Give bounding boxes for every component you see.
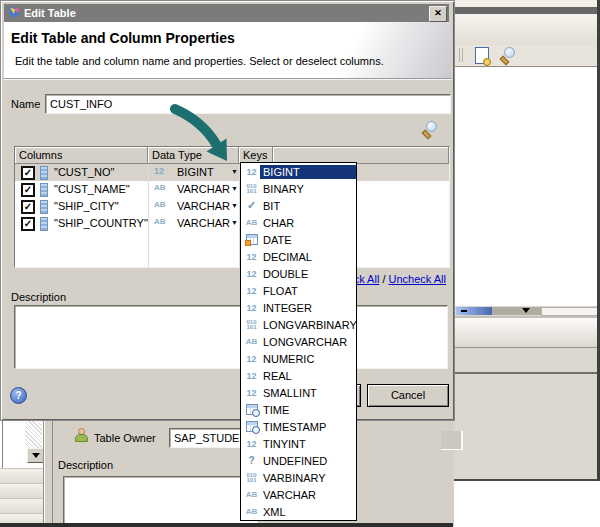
palette-strip[interactable]	[0, 468, 43, 483]
table-header-row: Columns Data Type Keys	[15, 147, 449, 164]
panel-dark-band	[454, 7, 600, 14]
minimized-view-blue-bar[interactable]	[456, 307, 492, 315]
grid-line	[148, 164, 149, 267]
dropdown-item[interactable]: 12 SMALLINT	[241, 384, 356, 401]
dropdown-item[interactable]: 010101 LONGVARBINARY	[241, 316, 356, 333]
dropdown-item[interactable]: 12 BIGINT	[241, 163, 356, 180]
dropdown-item[interactable]: 12 INTEGER	[241, 299, 356, 316]
row-checkbox[interactable]: ✓	[21, 183, 35, 197]
dialog-titlebar: Edit Table ✕	[4, 4, 449, 22]
datetime-calendar-icon	[246, 421, 258, 432]
minimized-view-gray-bar[interactable]	[492, 307, 541, 315]
chevron-down-icon	[522, 308, 530, 313]
column-icon	[40, 200, 48, 214]
text-type-icon: AB	[246, 490, 258, 499]
table-row[interactable]: ✓ "SHIP_CITY" AB VARCHAR ▼	[15, 198, 449, 215]
toolbar-drag-handle	[462, 48, 463, 62]
uncheck-all-link[interactable]: Uncheck All	[389, 273, 446, 285]
dropdown-item[interactable]: 010101 BINARY	[241, 180, 356, 197]
background-right-panel	[453, 0, 600, 527]
combo-arrow-icon[interactable]: ▼	[231, 219, 238, 226]
numeric-type-icon: 12	[246, 269, 256, 279]
data-type-value[interactable]: VARCHAR	[177, 200, 230, 212]
dropdown-item[interactable]: AB CHAR	[241, 214, 356, 231]
bg-description-label: Description	[58, 459, 113, 471]
datetime-calendar-icon	[246, 404, 258, 415]
text-type-icon: AB	[154, 200, 166, 209]
dropdown-item[interactable]: 12 REAL	[241, 367, 356, 384]
combo-arrow-icon[interactable]: ▼	[231, 185, 238, 192]
dropdown-item[interactable]: 12 TINYINT	[241, 435, 356, 452]
combo-arrow-icon[interactable]: ▼	[231, 168, 238, 175]
dropdown-item[interactable]: ✓ BIT	[241, 197, 356, 214]
data-type-value[interactable]: VARCHAR	[177, 217, 230, 229]
panel-toolbar	[454, 45, 600, 66]
table-row[interactable]: ✓ "CUST_NO" 12 BIGINT ▼	[15, 164, 449, 181]
preview-document-icon[interactable]	[475, 47, 489, 64]
data-type-value[interactable]: BIGINT	[177, 166, 214, 178]
undefined-question-icon: ?	[248, 455, 254, 466]
dropdown-item[interactable]: 12 DOUBLE	[241, 265, 356, 282]
divider	[4, 79, 451, 80]
dropdown-item[interactable]: AB VARCHAR	[241, 486, 356, 503]
column-icon	[40, 217, 48, 231]
row-checkbox[interactable]: ✓	[21, 217, 35, 231]
filter-search-icon[interactable]	[421, 121, 439, 139]
chevron-down-icon	[32, 453, 40, 458]
palette-strip[interactable]	[0, 483, 43, 498]
description-textarea[interactable]	[14, 305, 448, 369]
data-type-value[interactable]: VARCHAR	[177, 183, 230, 195]
column-name: "CUST_NO"	[54, 166, 114, 178]
data-type-dropdown: 12 BIGINT 010101 BINARY ✓ BIT AB CHAR DA…	[240, 162, 357, 521]
combo-arrow-icon[interactable]: ▼	[231, 202, 238, 209]
dropdown-item[interactable]: AB LONGVARCHAR	[241, 333, 356, 350]
minus-icon	[461, 310, 467, 312]
clipped-button-fragment	[441, 431, 463, 450]
banner-subtitle: Edit the table and column name and prope…	[15, 55, 384, 67]
column-icon	[40, 166, 48, 180]
palette-hatch	[25, 419, 42, 448]
numeric-type-icon: 12	[246, 388, 256, 398]
dropdown-item[interactable]: 12 FLOAT	[241, 282, 356, 299]
row-checkbox[interactable]: ✓	[21, 200, 35, 214]
minimized-view-light-bar[interactable]	[541, 307, 599, 316]
bit-check-icon: ✓	[247, 199, 256, 212]
dropdown-item[interactable]: DATE	[241, 231, 356, 248]
dropdown-item[interactable]: 12 DECIMAL	[241, 248, 356, 265]
help-icon[interactable]: ?	[10, 387, 27, 404]
dropdown-item[interactable]: AB XML	[241, 503, 356, 520]
banner-title: Edit Table and Column Properties	[11, 30, 235, 46]
background-palette	[0, 419, 52, 527]
numeric-type-icon: 12	[246, 439, 256, 449]
numeric-type-icon: 12	[246, 286, 256, 296]
dropdown-item[interactable]: TIME	[241, 401, 356, 418]
text-type-icon: AB	[246, 507, 258, 516]
panel-tab-gradient	[454, 14, 600, 45]
dropdown-item[interactable]: 010101 VARBINARY	[241, 469, 356, 486]
column-icon	[40, 183, 48, 197]
edit-table-dialog: Edit Table ✕ Edit Table and Column Prope…	[0, 0, 455, 421]
table-row[interactable]: ✓ "SHIP_COUNTRY" AB VARCHAR ▼	[15, 215, 449, 232]
cancel-button[interactable]: Cancel	[367, 384, 449, 407]
search-icon[interactable]	[499, 47, 517, 65]
table-owner-label: Table Owner	[94, 432, 156, 444]
header-data-type: Data Type	[148, 147, 239, 164]
dropdown-item[interactable]: TIMESTAMP	[241, 418, 356, 435]
close-icon[interactable]: ✕	[429, 6, 447, 22]
dropdown-item[interactable]: ? UNDEFINED	[241, 452, 356, 469]
numeric-type-icon: 12	[246, 167, 256, 177]
palette-expand-button[interactable]	[27, 448, 44, 463]
binary-type-icon: 010101	[246, 320, 256, 330]
bg-description-textarea[interactable]	[63, 476, 258, 527]
row-checkbox[interactable]: ✓	[21, 166, 35, 180]
table-row[interactable]: ✓ "CUST_NAME" AB VARCHAR ▼	[15, 181, 449, 198]
binary-type-icon: 010101	[246, 184, 256, 194]
dialog-app-icon	[8, 6, 21, 19]
numeric-type-icon: 12	[246, 371, 256, 381]
dropdown-item[interactable]: 12 NUMERIC	[241, 350, 356, 367]
name-input[interactable]: CUST_INFO	[45, 94, 451, 114]
palette-strip[interactable]	[0, 498, 43, 513]
panel-section-header	[454, 318, 600, 348]
column-name: "SHIP_CITY"	[54, 200, 119, 212]
text-type-icon: AB	[154, 183, 166, 192]
